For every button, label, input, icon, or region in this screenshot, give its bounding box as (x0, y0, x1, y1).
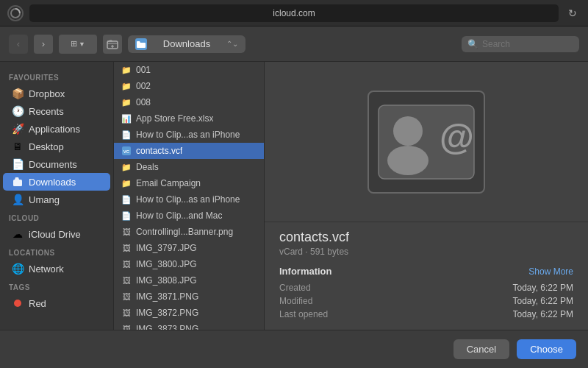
folder-icon: 📁 (121, 65, 132, 75)
icloud-label: iCloud (0, 208, 113, 225)
last-opened-value: Today, 6:22 PM (513, 309, 574, 319)
sidebar-item-label: Desktop (29, 141, 64, 152)
file-item[interactable]: 📁 Email Campaign (114, 175, 264, 191)
browser-spinner (7, 5, 24, 21)
file-icon: 📄 (121, 194, 132, 205)
file-icon: 📄 (121, 210, 132, 221)
folder-icon: 📁 (121, 162, 132, 172)
dropbox-icon: 📦 (12, 88, 24, 99)
sidebar-item-network[interactable]: 🌐 Network (3, 260, 110, 277)
file-picker-dialog: ‹ › ⊞ ▼ Downloads ⌃⌄ (0, 26, 588, 368)
sidebar-item-dropbox[interactable]: 📦 Dropbox (3, 85, 110, 102)
file-item[interactable]: 📄 How to Clip...as an iPhone (114, 127, 264, 143)
file-item[interactable]: 🖼 IMG_3800.JPG (114, 256, 264, 272)
sidebar-item-label: Dropbox (29, 88, 65, 99)
downloads-icon (12, 176, 24, 188)
last-opened-label: Last opened (279, 309, 328, 319)
file-item[interactable]: 📁 Deals (114, 159, 264, 175)
modified-label: Modified (279, 296, 312, 306)
locations-label: Locations (0, 243, 113, 260)
vcf-icon: VC (121, 146, 132, 156)
sidebar-item-applications[interactable]: 🚀 Applications (3, 120, 110, 138)
file-item[interactable]: 🖼 IMG_3871.PNG (114, 289, 264, 305)
sidebar-item-label: iCloud Drive (29, 229, 81, 240)
umang-icon: 👤 (12, 194, 24, 205)
modified-value: Today, 6:22 PM (513, 296, 574, 306)
sidebar-item-recents[interactable]: 🕐 Recents (3, 102, 110, 120)
location-dropdown[interactable]: Downloads ⌃⌄ (128, 35, 245, 53)
image-icon: 🖼 (121, 259, 132, 269)
address-bar[interactable]: icloud.com (29, 4, 559, 22)
file-item[interactable]: 📁 008 (114, 94, 264, 110)
new-folder-button[interactable] (103, 35, 122, 54)
selected-file-name: contacts.vcf (136, 146, 182, 156)
preview-filetype-size: vCard · 591 bytes (279, 247, 573, 257)
search-icon: 🔍 (467, 39, 478, 49)
file-item[interactable]: 📁 002 (114, 78, 264, 94)
svg-rect-3 (137, 43, 146, 48)
location-folder-icon (135, 38, 147, 50)
file-item[interactable]: 📄 How to Clip...as an iPhone (114, 191, 264, 208)
info-row-created: Created Today, 6:22 PM (279, 283, 573, 293)
sidebar-item-documents[interactable]: 📄 Documents (3, 155, 110, 173)
red-tag-icon (12, 297, 24, 309)
file-item[interactable]: 🖼 IMG_3873.PNG (114, 321, 264, 330)
tags-label: Tags (0, 277, 113, 294)
dialog-body: Favourites 📦 Dropbox 🕐 Recents 🚀 Applica… (0, 62, 588, 330)
icloud-drive-icon: ☁ (12, 228, 24, 240)
refresh-button[interactable]: ↻ (564, 5, 581, 21)
sidebar-item-downloads[interactable]: Downloads (3, 173, 110, 191)
information-title: Information (279, 266, 332, 277)
dialog-footer: Cancel Choose (0, 330, 588, 368)
file-item[interactable]: 📄 How to Clip...and Mac (114, 208, 264, 224)
chevron-updown-icon: ⌃⌄ (226, 40, 238, 48)
folder-icon: 📁 (121, 81, 132, 91)
forward-button[interactable]: › (34, 35, 53, 54)
view-chevron-icon: ▼ (79, 40, 85, 48)
sidebar-item-label: Applications (29, 124, 80, 135)
preview-icon-wrap: @ (368, 91, 485, 194)
view-button[interactable]: ⊞ ▼ (59, 35, 97, 54)
preview-info: contacts.vcf vCard · 591 bytes Informati… (265, 222, 588, 330)
info-row-modified: Modified Today, 6:22 PM (279, 296, 573, 306)
location-name: Downloads (163, 38, 210, 49)
sidebar-item-label: Documents (29, 159, 77, 170)
file-item[interactable]: 🖼 IMG_3872.PNG (114, 305, 264, 321)
file-item[interactable]: 🖼 IMG_3797.JPG (114, 240, 264, 256)
file-item[interactable]: 📁 001 (114, 62, 264, 78)
show-more-button[interactable]: Show More (528, 266, 573, 277)
view-icon: ⊞ (71, 39, 77, 49)
cancel-button[interactable]: Cancel (453, 339, 509, 359)
vcf-preview-svg: @ (375, 98, 478, 186)
image-icon: 🖼 (121, 324, 132, 330)
desktop-icon: 🖥 (12, 141, 24, 152)
file-item[interactable]: 🖼 IMG_3808.JPG (114, 272, 264, 289)
search-input[interactable] (482, 39, 570, 49)
choose-button[interactable]: Choose (517, 339, 576, 359)
image-icon: 🖼 (121, 243, 132, 253)
svg-text:VC: VC (123, 149, 130, 154)
documents-icon: 📄 (12, 158, 24, 170)
svg-point-9 (387, 146, 429, 175)
file-item[interactable]: 🖼 ControllingI...Banner.png (114, 224, 264, 240)
sidebar-item-red[interactable]: Red (3, 294, 110, 312)
url-text: icloud.com (273, 8, 315, 18)
preview-icon-area: @ (265, 62, 588, 222)
sidebar-item-icloud-drive[interactable]: ☁ iCloud Drive (3, 225, 110, 243)
image-icon: 🖼 (121, 275, 132, 286)
back-button[interactable]: ‹ (9, 35, 28, 54)
file-item[interactable]: 📊 App Store Free.xlsx (114, 110, 264, 127)
sidebar-item-label: Network (29, 263, 64, 275)
created-label: Created (279, 283, 311, 293)
sidebar: Favourites 📦 Dropbox 🕐 Recents 🚀 Applica… (0, 62, 114, 330)
favourites-label: Favourites (0, 68, 113, 85)
file-item-selected[interactable]: VC contacts.vcf (114, 143, 264, 159)
created-value: Today, 6:22 PM (513, 283, 574, 293)
sidebar-item-desktop[interactable]: 🖥 Desktop (3, 138, 110, 155)
xlsx-icon: 📊 (121, 113, 132, 124)
sidebar-item-umang[interactable]: 👤 Umang (3, 191, 110, 208)
search-bar[interactable]: 🔍 (462, 36, 579, 52)
info-header: Information Show More (279, 266, 573, 277)
svg-point-8 (393, 116, 423, 146)
info-row-last-opened: Last opened Today, 6:22 PM (279, 309, 573, 319)
